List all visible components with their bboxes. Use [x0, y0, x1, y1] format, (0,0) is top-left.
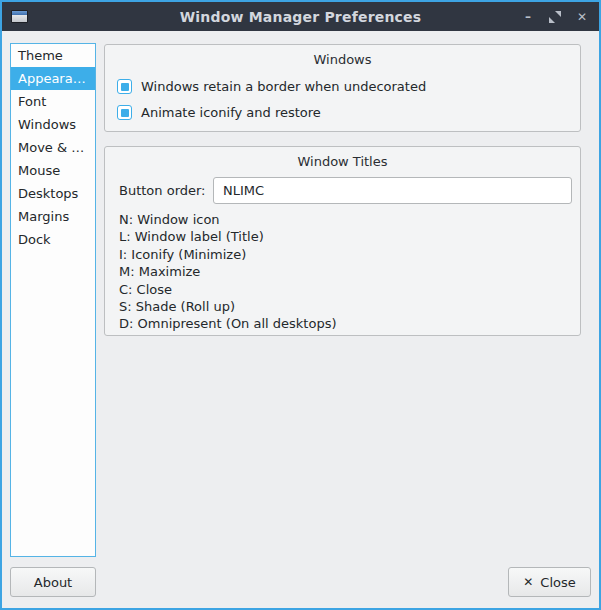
legend-line: S: Shade (Roll up)	[119, 298, 337, 315]
windows-group: Windows Windows retain a border when und…	[104, 44, 581, 132]
legend-line: D: Omnipresent (On all desktops)	[119, 315, 337, 332]
sidebar-item-theme[interactable]: Theme	[11, 44, 95, 67]
animate-iconify-checkbox[interactable]	[117, 105, 132, 120]
window-app-icon	[11, 10, 28, 23]
maximize-button[interactable]	[546, 8, 564, 26]
maximize-icon	[549, 11, 561, 23]
sidebar-item-mouse[interactable]: Mouse	[11, 159, 95, 182]
close-button-label: Close	[540, 575, 575, 590]
category-list: Theme Appeara… Font Windows Move & … Mou…	[10, 43, 96, 557]
titlebar[interactable]: Window Manager Preferences – ✕	[2, 2, 599, 31]
about-button-label: About	[34, 575, 72, 590]
sidebar-item-dock[interactable]: Dock	[11, 228, 95, 251]
legend-line: L: Window label (Title)	[119, 228, 337, 245]
close-button-icon: ✕	[523, 575, 533, 589]
close-window-button[interactable]: ✕	[573, 8, 591, 26]
close-button[interactable]: ✕ Close	[508, 567, 591, 597]
windows-group-title: Windows	[105, 52, 580, 67]
legend-line: I: Iconify (Minimize)	[119, 246, 337, 263]
sidebar-item-appearance[interactable]: Appeara…	[11, 67, 95, 90]
titlebar-buttons: – ✕	[519, 2, 591, 31]
button-order-row: Button order:	[119, 177, 572, 204]
undecorated-border-label: Windows retain a border when undecorated	[141, 79, 426, 94]
legend-line: N: Window icon	[119, 211, 337, 228]
button-order-label: Button order:	[119, 183, 206, 198]
sidebar-item-windows[interactable]: Windows	[11, 113, 95, 136]
button-order-legend: N: Window icon L: Window label (Title) I…	[119, 211, 337, 333]
sidebar-item-move-resize[interactable]: Move & …	[11, 136, 95, 159]
undecorated-border-option[interactable]: Windows retain a border when undecorated	[117, 79, 580, 94]
undecorated-border-checkbox[interactable]	[117, 79, 132, 94]
legend-line: M: Maximize	[119, 263, 337, 280]
animate-iconify-option[interactable]: Animate iconify and restore	[117, 105, 580, 120]
window-manager-preferences-dialog: Window Manager Preferences – ✕ Theme App…	[0, 0, 601, 610]
minimize-icon: –	[525, 10, 531, 24]
legend-line: C: Close	[119, 281, 337, 298]
animate-iconify-label: Animate iconify and restore	[141, 105, 321, 120]
about-button[interactable]: About	[10, 567, 96, 597]
close-window-icon: ✕	[577, 10, 587, 24]
minimize-button[interactable]: –	[519, 8, 537, 26]
sidebar-item-font[interactable]: Font	[11, 90, 95, 113]
window-titles-group: Window Titles Button order: N: Window ic…	[104, 146, 581, 336]
window-titles-group-title: Window Titles	[105, 154, 580, 169]
window-title: Window Manager Preferences	[2, 9, 599, 25]
sidebar-item-margins[interactable]: Margins	[11, 205, 95, 228]
sidebar-item-desktops[interactable]: Desktops	[11, 182, 95, 205]
button-order-input[interactable]	[213, 177, 572, 204]
